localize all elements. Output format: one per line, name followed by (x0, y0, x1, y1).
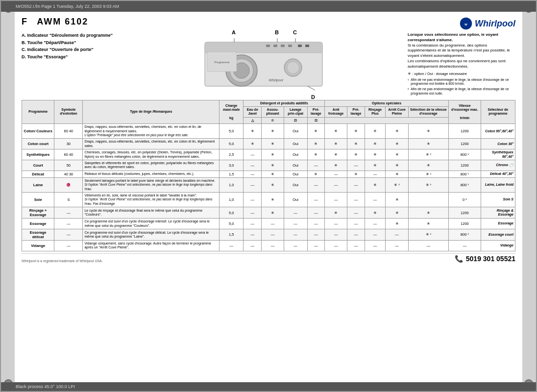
logo-text: Whirlpool (475, 19, 515, 29)
th-rincage-plus: Rinçage Plus (365, 107, 386, 118)
logo-whirlpool: W Whirlpool (459, 17, 515, 30)
svg-text:Whirlpool: Whirlpool (268, 78, 283, 82)
note-symbol: ✳ : option / Oui : dosage nécessaire (408, 72, 515, 76)
th-assou: Assou-plissant (262, 107, 284, 118)
model-number: AWM 6102 (37, 17, 88, 26)
table-row: Vidange—Vidange uniquement, sans cycle d… (22, 240, 515, 251)
svg-rect-14 (305, 45, 309, 47)
model-title-area: F AWM 6102 (22, 17, 88, 29)
product-code: 5019 301 05521 (466, 255, 515, 263)
trademark-text: Whirlpool is a registered trademark of W… (22, 259, 103, 263)
table-row: Rinçage + Essorage—Le cycle de rinçage e… (22, 207, 515, 219)
bottom-bar-text: Black process 45.0° 100.0 LPI (16, 384, 75, 389)
table-row: Court50Salopettes et vêtements de sport … (22, 160, 515, 171)
desc-B: B. Touche "Départ/Pause" (22, 40, 120, 46)
th-anti-froissage: Anti froissage (325, 107, 347, 118)
washer-diagram-svg: Programme Whirlpool (202, 37, 325, 91)
note-2: ² Afin de ne pas endommager le linge, la… (408, 87, 515, 96)
desc-A: A. Indicateur "Déroulement du programme" (22, 32, 120, 39)
th-group-options: Options spéciales (325, 100, 449, 106)
model-prefix: F (22, 17, 28, 26)
th-arret-cuve: Arrêt Cuve Pleine (386, 107, 409, 118)
table-row: Coton/ Couleurs60 40Draps, nappes, sous-… (22, 124, 515, 139)
label-B: B (275, 29, 279, 35)
svg-text:Programme: Programme (214, 61, 230, 64)
th-selecteur: Sélecteur de programme (481, 100, 515, 124)
th-lavage: Lavage prin-cipal (284, 107, 307, 118)
th-charge: Charge maxi-malekg (220, 100, 244, 124)
model-title: F AWM 6102 (22, 17, 88, 27)
svg-rect-10 (273, 45, 277, 47)
header-row: F AWM 6102 W Whirlpool (22, 17, 515, 30)
table-row: Laine🧶Seulement lainages portant le labe… (22, 177, 515, 192)
table-row: Coton court30Draps, nappes, sous-vêtemen… (22, 139, 515, 149)
th-pre-lavage: Pré-lavage (307, 107, 325, 118)
note-1: ¹ Afin de ne pas endommager le linge, la… (408, 78, 515, 87)
th-type: Type de linge /Remarques (83, 100, 220, 124)
note-2-text: Afin de ne pas endommager le linge, la v… (411, 87, 515, 96)
svg-rect-11 (281, 45, 285, 47)
th-selection-vitesse: Sélection de la vitesse d'essorage (408, 107, 448, 118)
th-eau-javel-icon: △ (244, 117, 262, 123)
note-1-text: Afin de ne pas endommager le linge, la v… (411, 78, 515, 87)
svg-rect-9 (266, 45, 270, 47)
desc-D: D. Touche "Essorage" (22, 54, 120, 60)
th-vitesse: Vitesse d'essorage max.tr/min (448, 100, 481, 124)
svg-line-20 (308, 86, 315, 90)
table-row: SoieSVêtements en lin, soie, laine et vi… (22, 192, 515, 207)
label-D: D (311, 94, 315, 100)
label-C: C (293, 29, 297, 35)
th-eau-javel: Eau de Javel (244, 107, 262, 118)
svg-rect-12 (288, 45, 292, 47)
th-options-icons (325, 117, 449, 123)
svg-point-8 (287, 62, 299, 74)
label-A: A (232, 29, 236, 35)
logo-area: W Whirlpool (459, 17, 515, 30)
whirlpool-logo-icon: W (459, 17, 473, 30)
table-row: Délicat40 30Rideaux et tissus délicats (… (22, 171, 515, 177)
diagram-container: A B C D (202, 37, 325, 92)
page-content: F AWM 6102 W Whirlpool A. Indicateur "Dé… (15, 12, 522, 382)
th-group-detergent: Détergent et produits additifs (244, 100, 325, 106)
th-pre-lavage-icon: ⊡ (307, 117, 325, 123)
top-bar-text: MrO552.I.fm Page 1 Tuesday, July 22, 200… (16, 4, 119, 9)
table-row: Synthétiques60 40Chemises, corsages, blo… (22, 149, 515, 160)
main-section: A. Indicateur "Déroulement du programme"… (22, 32, 515, 97)
desc-C: C. Indicateur "Ouverture de porte" (22, 47, 120, 53)
top-bar: MrO552.I.fm Page 1 Tuesday, July 22, 200… (1, 1, 536, 12)
programmes-table: Programme Symbole d'entretien Type de li… (22, 100, 515, 251)
table-row: Essorage délicat—Ce programme est suivi … (22, 229, 515, 240)
svg-rect-3 (205, 42, 322, 53)
th-pre-lavage-opt: Pré-lavage (347, 107, 365, 118)
phone-icon: 📞 (455, 255, 463, 263)
product-code-area: 📞 5019 301 05521 (455, 255, 515, 263)
svg-rect-13 (298, 45, 302, 47)
page-footer: Whirlpool is a registered trademark of W… (22, 253, 515, 263)
diagram-area: A B C D (124, 32, 403, 97)
note-2-num: ² (408, 87, 409, 96)
note-1-num: ¹ (408, 78, 409, 87)
table-row: Essorage—Ce programme est suivi d'un cyc… (22, 219, 515, 229)
th-lavage-icon: ⊡ (284, 117, 307, 123)
th-assou-icon: ☆ (262, 117, 284, 123)
svg-text:W: W (464, 23, 467, 26)
right-descriptions: Lorsque vous sélectionnez une option, le… (408, 32, 515, 97)
th-programme: Programme (22, 100, 54, 124)
bottom-bar: Black process 45.0° 100.0 LPI (1, 382, 536, 391)
th-symbole: Symbole d'entretien (54, 100, 83, 124)
left-descriptions: A. Indicateur "Déroulement du programme"… (22, 32, 120, 97)
right-main-text: Lorsque vous sélectionnez une option, le… (408, 32, 515, 70)
outer-frame: MrO552.I.fm Page 1 Tuesday, July 22, 200… (0, 0, 537, 392)
